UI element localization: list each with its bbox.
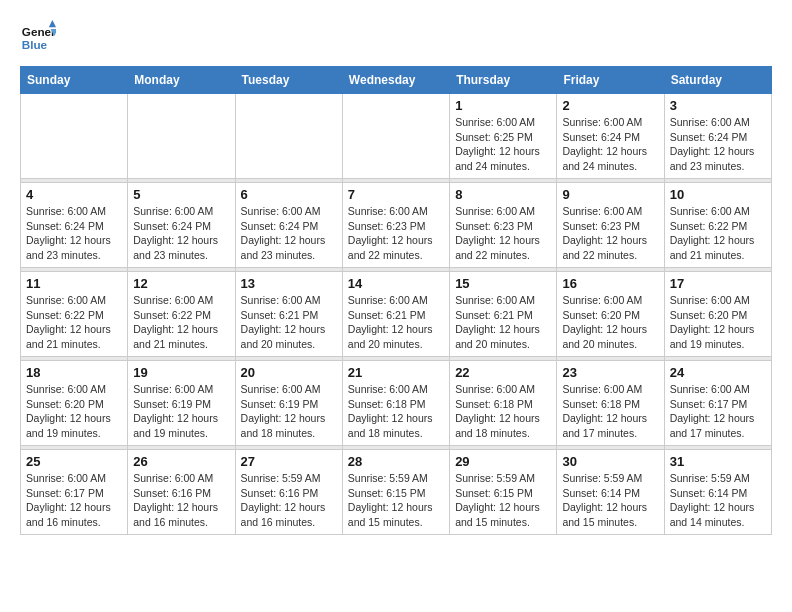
calendar-cell: 1Sunrise: 6:00 AM Sunset: 6:25 PM Daylig… <box>450 94 557 179</box>
day-info: Sunrise: 6:00 AM Sunset: 6:19 PM Dayligh… <box>241 382 337 441</box>
calendar-cell: 26Sunrise: 6:00 AM Sunset: 6:16 PM Dayli… <box>128 450 235 535</box>
header-sunday: Sunday <box>21 67 128 94</box>
day-info: Sunrise: 6:00 AM Sunset: 6:25 PM Dayligh… <box>455 115 551 174</box>
header-wednesday: Wednesday <box>342 67 449 94</box>
day-info: Sunrise: 6:00 AM Sunset: 6:24 PM Dayligh… <box>26 204 122 263</box>
day-number: 1 <box>455 98 551 113</box>
day-number: 31 <box>670 454 766 469</box>
day-number: 12 <box>133 276 229 291</box>
calendar-cell: 28Sunrise: 5:59 AM Sunset: 6:15 PM Dayli… <box>342 450 449 535</box>
calendar-cell: 10Sunrise: 6:00 AM Sunset: 6:22 PM Dayli… <box>664 183 771 268</box>
week-row-4: 18Sunrise: 6:00 AM Sunset: 6:20 PM Dayli… <box>21 361 772 446</box>
day-number: 13 <box>241 276 337 291</box>
day-number: 17 <box>670 276 766 291</box>
calendar-cell: 30Sunrise: 5:59 AM Sunset: 6:14 PM Dayli… <box>557 450 664 535</box>
day-info: Sunrise: 6:00 AM Sunset: 6:23 PM Dayligh… <box>455 204 551 263</box>
header-monday: Monday <box>128 67 235 94</box>
calendar: SundayMondayTuesdayWednesdayThursdayFrid… <box>20 66 772 535</box>
day-number: 7 <box>348 187 444 202</box>
calendar-cell: 20Sunrise: 6:00 AM Sunset: 6:19 PM Dayli… <box>235 361 342 446</box>
day-number: 26 <box>133 454 229 469</box>
day-number: 6 <box>241 187 337 202</box>
day-info: Sunrise: 5:59 AM Sunset: 6:16 PM Dayligh… <box>241 471 337 530</box>
day-info: Sunrise: 6:00 AM Sunset: 6:22 PM Dayligh… <box>133 293 229 352</box>
calendar-cell: 17Sunrise: 6:00 AM Sunset: 6:20 PM Dayli… <box>664 272 771 357</box>
week-row-3: 11Sunrise: 6:00 AM Sunset: 6:22 PM Dayli… <box>21 272 772 357</box>
day-number: 20 <box>241 365 337 380</box>
day-number: 2 <box>562 98 658 113</box>
calendar-cell: 13Sunrise: 6:00 AM Sunset: 6:21 PM Dayli… <box>235 272 342 357</box>
calendar-cell: 31Sunrise: 5:59 AM Sunset: 6:14 PM Dayli… <box>664 450 771 535</box>
logo-icon: General Blue <box>20 20 56 56</box>
day-number: 23 <box>562 365 658 380</box>
day-info: Sunrise: 6:00 AM Sunset: 6:17 PM Dayligh… <box>26 471 122 530</box>
calendar-cell: 27Sunrise: 5:59 AM Sunset: 6:16 PM Dayli… <box>235 450 342 535</box>
calendar-cell: 2Sunrise: 6:00 AM Sunset: 6:24 PM Daylig… <box>557 94 664 179</box>
calendar-cell: 19Sunrise: 6:00 AM Sunset: 6:19 PM Dayli… <box>128 361 235 446</box>
day-number: 9 <box>562 187 658 202</box>
calendar-cell: 23Sunrise: 6:00 AM Sunset: 6:18 PM Dayli… <box>557 361 664 446</box>
day-number: 21 <box>348 365 444 380</box>
day-info: Sunrise: 5:59 AM Sunset: 6:14 PM Dayligh… <box>562 471 658 530</box>
day-number: 25 <box>26 454 122 469</box>
calendar-cell: 22Sunrise: 6:00 AM Sunset: 6:18 PM Dayli… <box>450 361 557 446</box>
header-friday: Friday <box>557 67 664 94</box>
day-info: Sunrise: 6:00 AM Sunset: 6:21 PM Dayligh… <box>348 293 444 352</box>
calendar-cell: 8Sunrise: 6:00 AM Sunset: 6:23 PM Daylig… <box>450 183 557 268</box>
calendar-cell: 16Sunrise: 6:00 AM Sunset: 6:20 PM Dayli… <box>557 272 664 357</box>
day-info: Sunrise: 5:59 AM Sunset: 6:14 PM Dayligh… <box>670 471 766 530</box>
day-number: 18 <box>26 365 122 380</box>
calendar-cell <box>21 94 128 179</box>
day-info: Sunrise: 6:00 AM Sunset: 6:18 PM Dayligh… <box>348 382 444 441</box>
day-info: Sunrise: 6:00 AM Sunset: 6:22 PM Dayligh… <box>26 293 122 352</box>
logo: General Blue <box>20 20 56 56</box>
day-number: 29 <box>455 454 551 469</box>
calendar-cell: 9Sunrise: 6:00 AM Sunset: 6:23 PM Daylig… <box>557 183 664 268</box>
day-number: 24 <box>670 365 766 380</box>
calendar-cell: 11Sunrise: 6:00 AM Sunset: 6:22 PM Dayli… <box>21 272 128 357</box>
day-number: 27 <box>241 454 337 469</box>
day-number: 16 <box>562 276 658 291</box>
day-info: Sunrise: 6:00 AM Sunset: 6:16 PM Dayligh… <box>133 471 229 530</box>
day-number: 3 <box>670 98 766 113</box>
day-number: 30 <box>562 454 658 469</box>
calendar-cell: 18Sunrise: 6:00 AM Sunset: 6:20 PM Dayli… <box>21 361 128 446</box>
svg-text:Blue: Blue <box>22 38 48 51</box>
day-number: 28 <box>348 454 444 469</box>
svg-marker-2 <box>49 20 56 27</box>
day-info: Sunrise: 6:00 AM Sunset: 6:24 PM Dayligh… <box>562 115 658 174</box>
calendar-cell: 29Sunrise: 5:59 AM Sunset: 6:15 PM Dayli… <box>450 450 557 535</box>
day-info: Sunrise: 6:00 AM Sunset: 6:19 PM Dayligh… <box>133 382 229 441</box>
day-info: Sunrise: 6:00 AM Sunset: 6:21 PM Dayligh… <box>455 293 551 352</box>
day-info: Sunrise: 6:00 AM Sunset: 6:20 PM Dayligh… <box>562 293 658 352</box>
header-row: SundayMondayTuesdayWednesdayThursdayFrid… <box>21 67 772 94</box>
day-number: 8 <box>455 187 551 202</box>
calendar-cell: 24Sunrise: 6:00 AM Sunset: 6:17 PM Dayli… <box>664 361 771 446</box>
day-info: Sunrise: 6:00 AM Sunset: 6:24 PM Dayligh… <box>241 204 337 263</box>
day-number: 15 <box>455 276 551 291</box>
day-number: 5 <box>133 187 229 202</box>
header-tuesday: Tuesday <box>235 67 342 94</box>
calendar-cell: 14Sunrise: 6:00 AM Sunset: 6:21 PM Dayli… <box>342 272 449 357</box>
week-row-1: 1Sunrise: 6:00 AM Sunset: 6:25 PM Daylig… <box>21 94 772 179</box>
day-info: Sunrise: 5:59 AM Sunset: 6:15 PM Dayligh… <box>348 471 444 530</box>
week-row-5: 25Sunrise: 6:00 AM Sunset: 6:17 PM Dayli… <box>21 450 772 535</box>
day-info: Sunrise: 5:59 AM Sunset: 6:15 PM Dayligh… <box>455 471 551 530</box>
calendar-cell: 15Sunrise: 6:00 AM Sunset: 6:21 PM Dayli… <box>450 272 557 357</box>
day-number: 19 <box>133 365 229 380</box>
day-info: Sunrise: 6:00 AM Sunset: 6:24 PM Dayligh… <box>670 115 766 174</box>
day-info: Sunrise: 6:00 AM Sunset: 6:23 PM Dayligh… <box>562 204 658 263</box>
day-number: 11 <box>26 276 122 291</box>
day-info: Sunrise: 6:00 AM Sunset: 6:18 PM Dayligh… <box>455 382 551 441</box>
calendar-cell: 5Sunrise: 6:00 AM Sunset: 6:24 PM Daylig… <box>128 183 235 268</box>
day-number: 10 <box>670 187 766 202</box>
header-saturday: Saturday <box>664 67 771 94</box>
header-thursday: Thursday <box>450 67 557 94</box>
calendar-cell: 4Sunrise: 6:00 AM Sunset: 6:24 PM Daylig… <box>21 183 128 268</box>
day-info: Sunrise: 6:00 AM Sunset: 6:22 PM Dayligh… <box>670 204 766 263</box>
day-info: Sunrise: 6:00 AM Sunset: 6:17 PM Dayligh… <box>670 382 766 441</box>
calendar-cell: 6Sunrise: 6:00 AM Sunset: 6:24 PM Daylig… <box>235 183 342 268</box>
calendar-cell <box>342 94 449 179</box>
page-header: General Blue <box>20 20 772 56</box>
calendar-cell: 7Sunrise: 6:00 AM Sunset: 6:23 PM Daylig… <box>342 183 449 268</box>
